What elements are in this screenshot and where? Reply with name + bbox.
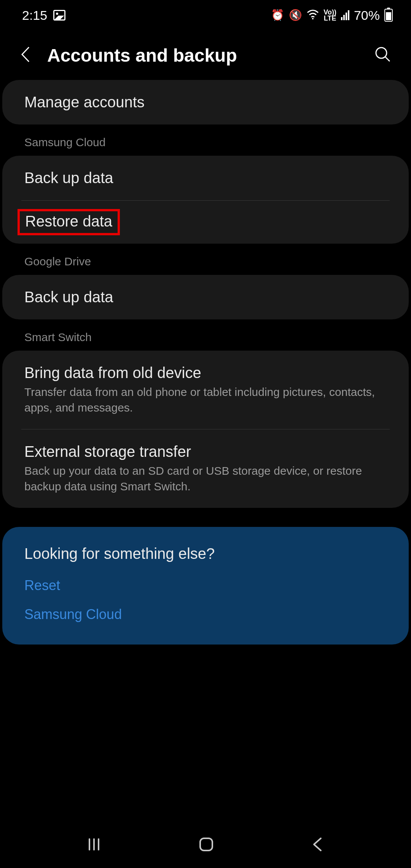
svg-point-0 <box>312 18 314 19</box>
page-title: Accounts and backup <box>47 45 358 66</box>
bring-data-subtitle: Transfer data from an old phone or table… <box>24 385 387 415</box>
volte-icon: Vo))LTE <box>323 9 336 21</box>
battery-icon <box>384 9 393 22</box>
external-storage-item[interactable]: External storage transfer Back up your d… <box>2 429 409 508</box>
svg-point-1 <box>376 48 387 58</box>
looking-for-title: Looking for something else? <box>24 545 387 562</box>
smart-switch-section-label: Smart Switch <box>2 319 409 351</box>
home-button[interactable] <box>197 835 215 855</box>
reset-link[interactable]: Reset <box>24 578 387 594</box>
clock: 2:15 <box>22 8 47 23</box>
search-icon[interactable] <box>374 45 392 65</box>
signal-icon <box>341 10 349 20</box>
wifi-icon <box>307 10 319 21</box>
alarm-icon: ⏰ <box>271 10 284 21</box>
google-backup-label: Back up data <box>24 289 387 306</box>
bring-data-title: Bring data from old device <box>24 364 387 381</box>
samsung-restore-label: Restore data <box>25 213 112 230</box>
picture-icon <box>53 10 65 21</box>
samsung-restore-item[interactable]: Restore data <box>2 201 409 244</box>
app-header: Accounts and backup <box>0 30 411 80</box>
back-icon[interactable] <box>19 45 32 65</box>
samsung-backup-label: Back up data <box>24 169 387 187</box>
restore-highlight: Restore data <box>18 209 120 235</box>
google-drive-section-label: Google Drive <box>2 244 409 275</box>
external-storage-title: External storage transfer <box>24 443 387 460</box>
mute-vibrate-icon: 🔇 <box>289 10 302 21</box>
manage-accounts-item[interactable]: Manage accounts <box>2 80 409 124</box>
bring-data-item[interactable]: Bring data from old device Transfer data… <box>2 351 409 429</box>
status-bar: 2:15 ⏰ 🔇 Vo))LTE 70% <box>0 0 411 30</box>
looking-for-card: Looking for something else? Reset Samsun… <box>2 527 409 645</box>
recents-button[interactable] <box>86 836 102 854</box>
smart-switch-card: Bring data from old device Transfer data… <box>2 351 409 508</box>
manage-accounts-label: Manage accounts <box>24 94 387 111</box>
accounts-card: Manage accounts <box>2 80 409 124</box>
external-storage-subtitle: Back up your data to an SD card or USB s… <box>24 463 387 494</box>
google-drive-card: Back up data <box>2 275 409 319</box>
samsung-cloud-link[interactable]: Samsung Cloud <box>24 606 387 622</box>
navigation-bar <box>0 822 411 868</box>
svg-rect-2 <box>200 838 212 850</box>
battery-percent: 70% <box>354 8 380 23</box>
back-button[interactable] <box>310 836 325 854</box>
samsung-backup-item[interactable]: Back up data <box>2 156 409 200</box>
samsung-cloud-section-label: Samsung Cloud <box>2 124 409 156</box>
google-backup-item[interactable]: Back up data <box>2 275 409 319</box>
samsung-cloud-card: Back up data Restore data <box>2 156 409 244</box>
